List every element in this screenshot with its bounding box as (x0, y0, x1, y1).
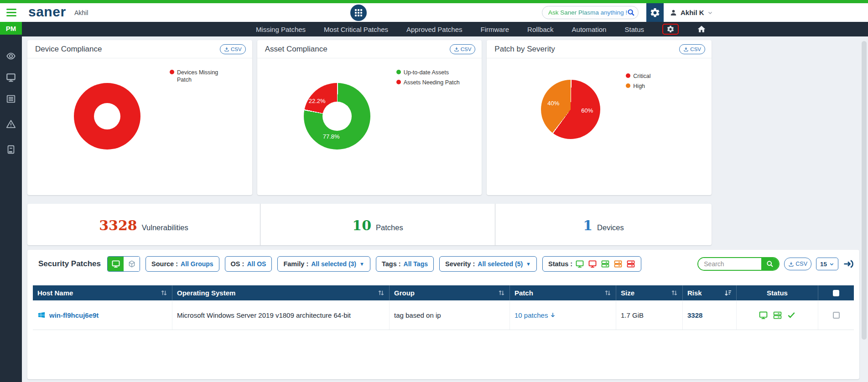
search-icon[interactable] (627, 9, 635, 16)
asset-compliance-card: Asset Compliance CSV 22.2% 77.8% Up-to-d… (257, 40, 482, 195)
settings-tile-button[interactable] (646, 3, 664, 22)
global-search[interactable]: Ask Saner Plasma anything ! (542, 6, 639, 19)
devices-stat[interactable]: 1 Devices (495, 204, 712, 245)
gear-icon (650, 7, 660, 18)
legend-assets-needing-patch[interactable]: Assets Needing Patch (396, 79, 460, 87)
eye-icon[interactable] (6, 51, 16, 61)
legend-high[interactable]: High (626, 83, 650, 90)
risk-value[interactable]: 3328 (687, 311, 702, 319)
patches-count: 10 (352, 217, 371, 233)
col-status[interactable]: Status (737, 285, 818, 300)
status-monitor-red-icon[interactable] (588, 259, 597, 268)
size-value: 1.7 GiB (621, 311, 644, 319)
legend-dot (396, 80, 401, 84)
asset-missing-pct-label: 22.2% (309, 98, 326, 104)
nav-approved-patches[interactable]: Approved Patches (406, 26, 463, 33)
high-pct-label: 40% (547, 100, 559, 107)
nav-firmware[interactable]: Firmware (481, 26, 509, 33)
severity-filter[interactable]: Severity : All selected (5) ▼ (439, 256, 537, 272)
nav-status[interactable]: Status (624, 26, 644, 33)
table-search-input[interactable] (698, 258, 761, 270)
user-icon (670, 9, 677, 16)
legend-devices-missing-patch[interactable]: Devices Missing Patch (170, 69, 223, 83)
table-csv-button[interactable]: CSV (784, 258, 811, 270)
left-sidebar: PM (0, 22, 22, 382)
os-filter[interactable]: OS : All OS (225, 256, 272, 272)
table-row[interactable]: win-fl9hcuj6e9t Microsoft Windows Server… (33, 300, 854, 330)
select-all-checkbox[interactable] (833, 290, 839, 296)
hamburger-menu-icon[interactable] (6, 9, 16, 16)
download-icon (788, 261, 794, 267)
row-status-monitor-icon (759, 310, 768, 320)
legend-critical[interactable]: Critical (626, 73, 650, 80)
sort-both-icon[interactable] (498, 289, 505, 297)
status-stack-orange-icon[interactable] (613, 259, 623, 268)
app-logo: saner (28, 4, 66, 20)
sort-both-icon[interactable] (604, 289, 611, 297)
device-view-toggle-button[interactable] (108, 257, 124, 271)
legend-up-to-date-assets[interactable]: Up-to-date Assets (396, 69, 460, 77)
asset-compliance-donut[interactable]: 22.2% 77.8% (304, 83, 370, 150)
main-content: Device Compliance CSV Devices Missing Pa… (22, 36, 868, 382)
package-view-toggle-button[interactable] (124, 257, 140, 271)
device-compliance-donut[interactable] (74, 83, 140, 150)
security-patches-title: Security Patches (38, 259, 101, 268)
patch-by-severity-pie[interactable]: 60% 40% (541, 80, 600, 139)
expand-arrow-icon[interactable] (843, 258, 854, 269)
sort-both-icon[interactable] (378, 289, 385, 297)
host-name-link[interactable]: win-fl9hcuj6e9t (49, 311, 99, 319)
module-badge[interactable]: PM (0, 22, 22, 35)
table-search-button[interactable] (761, 258, 779, 270)
module-navbar: Missing Patches Most Critical Patches Ap… (0, 22, 868, 36)
global-search-placeholder: Ask Saner Plasma anything ! (548, 9, 627, 16)
col-patch[interactable]: Patch (510, 285, 616, 300)
nav-rollback[interactable]: Rollback (527, 26, 554, 33)
asset-compliance-csv-button[interactable]: CSV (450, 44, 476, 54)
source-filter[interactable]: Source : All Groups (146, 256, 219, 272)
device-compliance-csv-button[interactable]: CSV (220, 44, 246, 54)
book-icon[interactable] (6, 145, 16, 155)
app-grid-button[interactable] (349, 4, 368, 22)
col-risk[interactable]: Risk (683, 285, 737, 300)
row-checkbox[interactable] (833, 312, 840, 319)
nav-automation[interactable]: Automation (572, 26, 607, 33)
status-stack-green-icon[interactable] (601, 259, 610, 268)
download-icon (683, 46, 689, 52)
legend-dot (626, 73, 630, 78)
status-filter[interactable]: Status : (542, 256, 641, 272)
chart-cards-row: Device Compliance CSV Devices Missing Pa… (27, 40, 712, 195)
devices-count: 1 (583, 217, 593, 233)
monitor-icon[interactable] (6, 72, 16, 83)
sort-desc-active-icon[interactable] (724, 289, 732, 297)
vulnerabilities-count: 3328 (99, 217, 137, 233)
report-list-icon[interactable] (6, 94, 16, 104)
tags-filter[interactable]: Tags : All Tags (376, 256, 434, 272)
nav-most-critical-patches[interactable]: Most Critical Patches (324, 26, 388, 33)
scrollbar[interactable] (862, 41, 867, 340)
nav-missing-patches[interactable]: Missing Patches (256, 26, 306, 33)
home-icon[interactable] (697, 25, 706, 34)
col-group[interactable]: Group (390, 285, 510, 300)
page-size-select[interactable]: 15 (816, 258, 838, 270)
col-select-all[interactable] (818, 285, 854, 300)
col-host-name[interactable]: Host Name (33, 285, 172, 300)
vulnerabilities-stat[interactable]: 3328 Vulnerabilities (27, 204, 260, 245)
status-stack-red-icon[interactable] (626, 259, 635, 268)
col-size[interactable]: Size (616, 285, 683, 300)
vulnerabilities-label: Vulnerabilities (142, 223, 188, 232)
user-menu[interactable]: Akhil K (670, 3, 713, 22)
nav-settings-highlight[interactable] (662, 24, 679, 35)
download-icon (224, 46, 229, 52)
waffle-icon (355, 9, 362, 16)
alert-triangle-icon[interactable] (6, 119, 16, 129)
device-compliance-title: Device Compliance (35, 45, 102, 54)
patch-by-severity-csv-button[interactable]: CSV (679, 44, 705, 54)
family-filter[interactable]: Family : All selected (3) ▼ (277, 256, 370, 272)
sort-both-icon[interactable] (161, 289, 167, 297)
chevron-down-icon (707, 10, 713, 15)
patches-stat[interactable]: 10 Patches (260, 204, 495, 245)
sort-both-icon[interactable] (671, 289, 678, 297)
col-operating-system[interactable]: Operating System (172, 285, 390, 300)
status-monitor-green-icon[interactable] (575, 259, 584, 268)
patches-link[interactable]: 10 patches (515, 311, 556, 319)
